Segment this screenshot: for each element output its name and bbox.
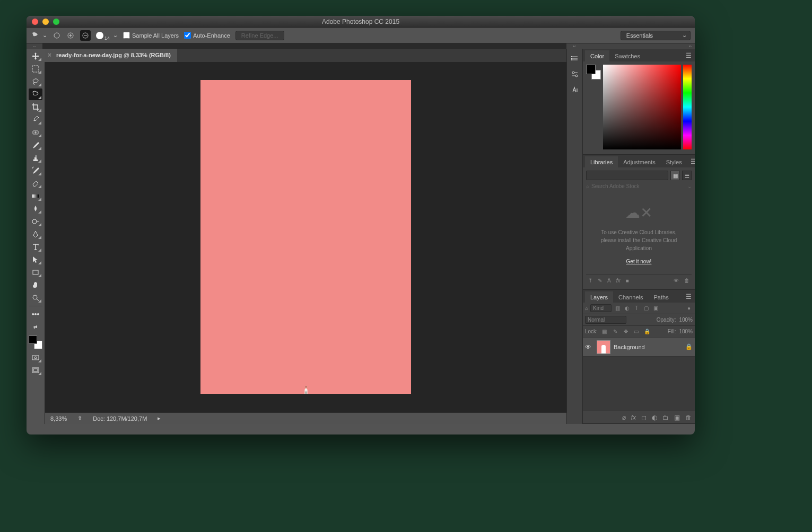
get-it-now-link[interactable]: Get it now! xyxy=(626,258,652,265)
rectangle-tool[interactable] xyxy=(29,267,42,278)
lib-sync-icon[interactable]: 👁 xyxy=(674,278,679,283)
healing-brush-tool[interactable] xyxy=(29,127,42,138)
pen-tool[interactable] xyxy=(29,228,42,240)
quick-select-add[interactable] xyxy=(66,31,75,40)
quick-select-new[interactable] xyxy=(53,31,61,40)
lib-color-icon[interactable]: ■ xyxy=(625,278,628,283)
quick-selection-tool[interactable] xyxy=(29,88,42,100)
tab-swatches[interactable]: Swatches xyxy=(609,50,645,61)
share-icon[interactable]: ⇪ xyxy=(77,415,82,422)
layer-visibility-icon[interactable]: 👁 xyxy=(585,343,593,351)
path-selection-tool[interactable] xyxy=(29,254,42,265)
tab-styles[interactable]: Styles xyxy=(661,156,687,167)
character-panel-icon[interactable] xyxy=(569,84,581,96)
edit-toolbar-button[interactable]: ••• xyxy=(29,308,42,320)
properties-panel-icon[interactable] xyxy=(569,68,581,81)
filter-smart-icon[interactable]: ▣ xyxy=(652,305,659,312)
layer-row[interactable]: 👁 Background 🔒 xyxy=(583,338,695,357)
clone-stamp-tool[interactable] xyxy=(29,152,42,164)
foreground-color-swatch[interactable] xyxy=(29,335,37,344)
color-fgbg-swatch[interactable] xyxy=(586,65,601,79)
filter-pixel-icon[interactable]: ▥ xyxy=(614,305,621,312)
brush-picker[interactable]: 14⌄ xyxy=(96,30,118,41)
status-arrow-icon[interactable]: ▸ xyxy=(158,415,161,422)
tab-paths[interactable]: Paths xyxy=(649,291,674,303)
dock-grip[interactable]: ‹‹ xyxy=(566,43,582,49)
list-view-icon[interactable]: ☰ xyxy=(682,171,692,180)
blend-mode-select[interactable]: Normal xyxy=(585,316,626,324)
opacity-value[interactable]: 100% xyxy=(679,317,693,323)
tab-libraries[interactable]: Libraries xyxy=(585,156,618,167)
screen-mode-button[interactable] xyxy=(29,365,42,376)
layer-thumbnail[interactable] xyxy=(597,340,610,354)
lock-pixels-icon[interactable]: ✎ xyxy=(612,328,619,335)
move-tool[interactable] xyxy=(29,50,42,62)
layers-panel-menu-icon[interactable]: ☰ xyxy=(683,291,695,303)
color-panel-menu-icon[interactable]: ☰ xyxy=(683,50,695,61)
filter-kind-select[interactable]: Kind xyxy=(590,304,612,312)
tab-color[interactable]: Color xyxy=(585,50,609,61)
tool-preset-picker[interactable]: ⌄ xyxy=(31,31,47,40)
close-tab-icon[interactable]: × xyxy=(48,51,51,59)
gradient-tool[interactable] xyxy=(29,190,42,202)
adjustment-layer-icon[interactable]: ◐ xyxy=(652,414,657,421)
tools-grip[interactable]: ·· xyxy=(27,43,42,49)
lock-artboard-icon[interactable]: ▭ xyxy=(633,328,640,335)
panels-grip[interactable]: ›› xyxy=(582,43,695,49)
quick-select-subtract[interactable] xyxy=(80,30,91,41)
dodge-tool[interactable] xyxy=(29,216,42,227)
tab-adjustments[interactable]: Adjustments xyxy=(618,156,661,167)
tab-layers[interactable]: Layers xyxy=(585,291,613,303)
lasso-tool[interactable] xyxy=(29,76,42,87)
hand-tool[interactable] xyxy=(29,279,42,291)
filter-adjust-icon[interactable]: ◐ xyxy=(623,305,631,312)
layer-mask-icon[interactable]: ◻ xyxy=(641,414,647,421)
auto-enhance-checkbox[interactable]: Auto-Enhance xyxy=(184,32,230,39)
layer-name[interactable]: Background xyxy=(614,344,645,350)
layer-group-icon[interactable]: 🗀 xyxy=(662,414,669,421)
lib-trash-icon[interactable]: 🗑 xyxy=(684,278,689,283)
filter-type-icon[interactable]: T xyxy=(633,305,640,312)
grid-view-icon[interactable]: ▦ xyxy=(670,171,680,180)
close-window-button[interactable] xyxy=(32,19,38,25)
layer-fx-icon[interactable]: fx xyxy=(631,414,636,421)
lib-brush-icon[interactable]: ✎ xyxy=(598,278,602,283)
blur-tool[interactable] xyxy=(29,203,42,215)
hue-strip[interactable] xyxy=(683,65,692,149)
crop-tool[interactable] xyxy=(29,101,42,113)
zoom-tool[interactable] xyxy=(29,292,42,304)
maximize-window-button[interactable] xyxy=(53,19,59,25)
filter-shape-icon[interactable]: ▢ xyxy=(642,305,650,312)
tab-channels[interactable]: Channels xyxy=(613,291,648,303)
link-layers-icon[interactable]: ⌀ xyxy=(622,414,626,421)
layer-locked-icon[interactable]: 🔒 xyxy=(685,343,693,350)
eyedropper-tool[interactable] xyxy=(29,114,42,126)
foreground-background-colors[interactable] xyxy=(29,335,42,349)
workspace-switcher[interactable]: Essentials xyxy=(621,31,691,40)
new-layer-icon[interactable]: ▣ xyxy=(674,414,680,421)
swap-colors-icon[interactable]: ⇄ xyxy=(29,321,42,333)
lib-fx-icon[interactable]: fx xyxy=(616,278,621,283)
filter-toggle-icon[interactable]: ● xyxy=(685,305,693,312)
lock-position-icon[interactable]: ✥ xyxy=(622,328,630,335)
filter-search-icon[interactable]: ⌕ xyxy=(585,305,588,311)
canvas[interactable] xyxy=(200,80,411,394)
lib-type-icon[interactable]: A xyxy=(607,278,611,283)
history-brush-tool[interactable] xyxy=(29,165,42,176)
history-panel-icon[interactable] xyxy=(569,52,581,65)
libraries-panel-menu-icon[interactable]: ☰ xyxy=(687,156,695,167)
color-field[interactable] xyxy=(603,65,681,149)
eraser-tool[interactable] xyxy=(29,178,42,189)
doc-info[interactable]: Doc: 120,7M/120,7M xyxy=(93,415,147,422)
library-select[interactable] xyxy=(586,171,668,180)
canvas-area[interactable] xyxy=(45,62,566,412)
document-tab[interactable]: × ready-for-a-new-day.jpg @ 8,33% (RGB/8… xyxy=(45,49,177,62)
quick-mask-button[interactable] xyxy=(29,352,42,363)
refine-edge-button[interactable]: Refine Edge... xyxy=(235,31,284,40)
marquee-tool[interactable] xyxy=(29,63,42,75)
delete-layer-icon[interactable]: 🗑 xyxy=(685,414,692,421)
sample-all-layers-checkbox[interactable]: Sample All Layers xyxy=(123,32,179,39)
lock-all-icon[interactable]: 🔒 xyxy=(643,328,651,335)
type-tool[interactable] xyxy=(29,241,42,253)
lock-transparency-icon[interactable]: ▦ xyxy=(601,328,608,335)
